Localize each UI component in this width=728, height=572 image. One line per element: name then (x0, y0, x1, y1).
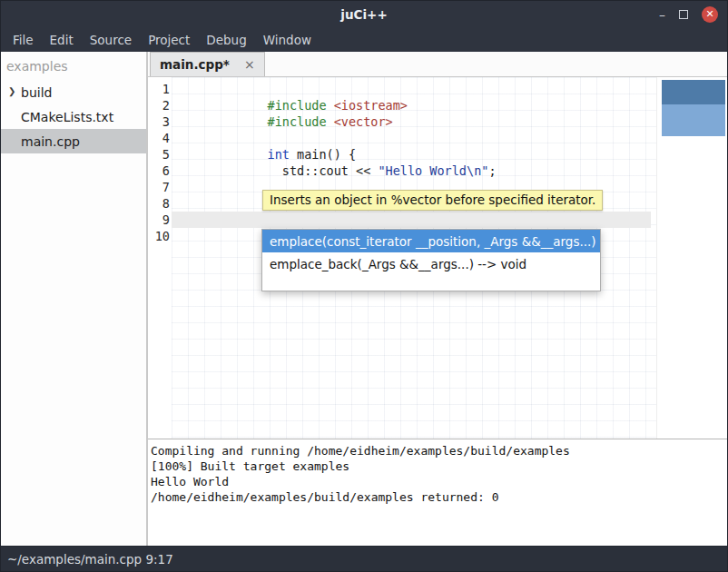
code-editor[interactable]: 1 2 3 4 5 6 7 8 9 10 #include <iostream> (148, 77, 727, 439)
project-tree: examples ❯ build CMakeLists.txt main.cpp (1, 52, 146, 546)
build-output[interactable]: Compiling and running /home/eidheim/exam… (148, 439, 727, 546)
tab-label: main.cpp* (160, 57, 230, 72)
menubar: File Edit Source Project Debug Window (1, 27, 727, 52)
tabbar: main.cpp* × (148, 52, 727, 77)
tree-item-label: build (21, 85, 52, 100)
main-area: examples ❯ build CMakeLists.txt main.cpp… (1, 52, 727, 546)
code-token: ; (488, 163, 496, 178)
menu-item-file[interactable]: File (5, 29, 42, 51)
output-line: /home/eidheim/examples/build/examples re… (151, 489, 727, 505)
menu-item-window[interactable]: Window (255, 29, 320, 51)
line-number: 10 (148, 228, 170, 244)
code-token: "Hello World\n" (378, 163, 488, 178)
menu-item-edit[interactable]: Edit (42, 29, 82, 51)
minimap[interactable] (656, 77, 727, 439)
editor-column: main.cpp* × 1 2 3 4 5 6 7 8 9 10 (148, 52, 727, 546)
code-line[interactable]: #include <iostream> (179, 81, 656, 97)
line-number: 5 (148, 146, 170, 163)
line-number: 4 (148, 130, 170, 146)
minimize-button[interactable]: – (659, 10, 665, 19)
completion-item-selected[interactable]: emplace(const_iterator __position, _Args… (262, 230, 600, 252)
app-window: juCi++ – ✕ File Edit Source Project Debu… (0, 0, 728, 572)
tree-item-label: main.cpp (21, 134, 80, 149)
tab-main-cpp[interactable]: main.cpp* × (150, 52, 265, 76)
menu-item-debug[interactable]: Debug (198, 29, 254, 51)
line-number-gutter: 1 2 3 4 5 6 7 8 9 10 (148, 77, 172, 439)
code-token: std::cout << (268, 163, 379, 178)
doc-tooltip: Inserts an object in %vector before spec… (262, 190, 603, 211)
window-title: juCi++ (340, 7, 387, 22)
menu-item-project[interactable]: Project (140, 29, 198, 51)
code-token: main() { (290, 147, 356, 162)
tree-item-main-cpp[interactable]: main.cpp (1, 129, 146, 153)
line-number: 7 (148, 179, 170, 195)
statusbar: ~/examples/main.cpp 9:17 (1, 546, 727, 571)
completion-popup: emplace(const_iterator __position, _Args… (261, 229, 601, 291)
code-token: #include (268, 114, 334, 129)
minimap-slider[interactable] (662, 80, 725, 136)
code-token: int (268, 147, 290, 162)
tree-item-build[interactable]: ❯ build (1, 80, 146, 104)
minimap-slider-shade (662, 80, 725, 104)
code-token: <iostream> (334, 98, 408, 113)
output-line: Compiling and running /home/eidheim/exam… (151, 443, 727, 459)
status-file-position: ~/examples/main.cpp 9:17 (7, 552, 173, 567)
tree-item-cmakelists[interactable]: CMakeLists.txt (1, 104, 146, 129)
line-number: 2 (148, 97, 170, 113)
close-button[interactable]: ✕ (702, 6, 718, 23)
window-controls: – ✕ (659, 1, 718, 27)
tab-close-icon[interactable]: × (244, 57, 255, 72)
chevron-right-icon[interactable]: ❯ (8, 86, 15, 96)
output-line: Hello World (151, 474, 727, 489)
code-token: #include (268, 98, 334, 113)
line-number: 9 (148, 212, 170, 228)
maximize-button[interactable] (679, 10, 688, 19)
line-number: 3 (148, 113, 170, 130)
menu-item-source[interactable]: Source (82, 29, 140, 51)
titlebar: juCi++ – ✕ (1, 1, 727, 27)
completion-item[interactable]: emplace_back(_Args &&__args...) --> void (262, 252, 600, 275)
project-tree-header: examples (1, 54, 146, 80)
output-line: [100%] Built target examples (151, 459, 727, 474)
line-number: 8 (148, 195, 170, 212)
line-number: 6 (148, 163, 170, 179)
code-token: <vector> (334, 114, 393, 129)
tree-item-label: CMakeLists.txt (21, 110, 113, 124)
close-icon: ✕ (705, 8, 713, 20)
line-number: 1 (148, 81, 170, 97)
